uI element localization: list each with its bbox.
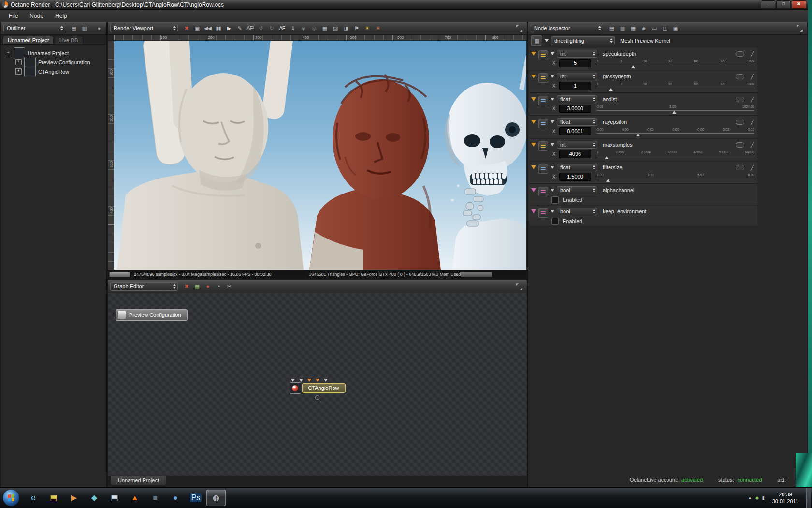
graph-canvas[interactable]: Preview Configuration CTAngioRow — [108, 293, 527, 476]
param-value-input[interactable]: 0.0001 — [559, 127, 591, 135]
thumbnail-icon[interactable]: ▣ — [670, 23, 681, 33]
param-connector[interactable] — [736, 165, 744, 170]
param-type-dropdown[interactable]: float — [557, 95, 597, 103]
save-render-icon[interactable]: ⇓ — [288, 23, 298, 33]
alpha-checker-icon[interactable]: ▦ — [319, 23, 330, 33]
import-image-icon[interactable]: ▦ — [192, 282, 202, 291]
outliner-list-icon[interactable]: ▤ — [69, 23, 79, 33]
taskbar-vlc-icon[interactable]: ▲ — [125, 490, 145, 506]
region-flag-icon[interactable]: ⚑ — [351, 23, 362, 33]
focus-circle-icon[interactable]: ◎ — [309, 23, 319, 33]
param-connector[interactable] — [736, 97, 744, 102]
schedule-icon[interactable]: ◔ — [213, 282, 223, 291]
outliner-dropdown[interactable]: Outliner — [3, 24, 65, 32]
prev-view-icon[interactable]: ↺ — [256, 23, 266, 33]
subsampling-icon[interactable]: ▨ — [330, 23, 340, 33]
pin-expander-icon[interactable] — [551, 75, 554, 78]
kernel-expander-icon[interactable] — [545, 39, 549, 42]
tree-toggle[interactable]: + — [15, 59, 22, 65]
minimize-button[interactable]: – — [761, 0, 775, 9]
node-pin[interactable] — [316, 379, 319, 382]
taskbar-utility-icon[interactable]: ◆ — [85, 490, 104, 506]
new-material-icon[interactable]: ● — [203, 282, 213, 291]
param-expander-icon[interactable] — [531, 75, 536, 78]
tab-unnamed-project[interactable]: Unnamed Project — [3, 36, 54, 44]
stop-render-icon[interactable]: ✖ — [181, 23, 191, 33]
taskbar-mediaplayer-icon[interactable]: ▶ — [64, 490, 84, 506]
enabled-checkbox[interactable] — [551, 196, 559, 204]
param-connector[interactable] — [736, 51, 744, 57]
tray-network-icon[interactable]: ▮ — [762, 496, 765, 500]
param-type-icon[interactable] — [538, 164, 548, 174]
outliner-sync-icon[interactable]: ● — [94, 23, 104, 33]
node-pin[interactable] — [291, 379, 295, 382]
param-type-icon[interactable] — [538, 73, 548, 83]
pin-expander-icon[interactable] — [551, 98, 554, 101]
restart-render-icon[interactable]: ◀◀ — [203, 23, 213, 33]
tree-item[interactable]: − Unnamed Project — [1, 48, 106, 58]
render-passes-icon[interactable]: ✳ — [373, 23, 383, 33]
param-slider[interactable]: 1310321013221024 — [597, 82, 754, 91]
param-type-dropdown[interactable]: int — [557, 73, 597, 80]
node-pin[interactable] — [307, 379, 311, 382]
taskbar-browser-icon[interactable]: ● — [166, 490, 185, 506]
menu-node[interactable]: Node — [24, 10, 49, 22]
taskbar-photoshop-icon[interactable]: Ps — [186, 490, 205, 506]
next-view-icon[interactable]: ↻ — [266, 23, 276, 33]
param-type-dropdown[interactable]: bool — [557, 208, 597, 215]
cut-node-icon[interactable]: ✂ — [224, 282, 234, 291]
node-pin[interactable] — [299, 379, 303, 382]
maximize-button[interactable]: □ — [776, 0, 791, 9]
param-value-input[interactable]: 4096 — [559, 150, 591, 158]
param-type-icon[interactable] — [538, 141, 548, 151]
param-curve-icon[interactable]: ╱ — [749, 51, 755, 57]
split-view-icon[interactable]: ◨ — [341, 23, 351, 33]
layout-list-icon[interactable]: ▤ — [607, 23, 617, 33]
delete-node-icon[interactable]: ✖ — [181, 282, 191, 291]
param-value-input[interactable]: 5 — [559, 59, 591, 67]
param-slider[interactable]: 0.000.000.000.000.000.020.10 — [597, 127, 754, 137]
param-curve-icon[interactable]: ╱ — [749, 165, 755, 170]
node-pin[interactable] — [324, 379, 328, 382]
graph-expand-icon[interactable] — [516, 284, 522, 290]
param-slider[interactable]: 0.013.201024.00 — [597, 105, 754, 114]
start-button[interactable] — [3, 490, 19, 506]
param-connector[interactable] — [736, 74, 744, 79]
slider-thumb[interactable] — [672, 111, 676, 114]
param-type-icon[interactable] — [538, 50, 548, 60]
param-connector[interactable] — [736, 142, 744, 148]
tray-action-icon[interactable]: ◆ — [755, 496, 759, 500]
viewport-dropdown[interactable]: Render Viewport — [110, 24, 178, 32]
param-expander-icon[interactable] — [531, 97, 536, 101]
taskbar-app-icon[interactable]: ■ — [145, 490, 165, 506]
show-desktop-button[interactable] — [806, 488, 811, 508]
tree-item[interactable]: + Preview Configuration — [1, 58, 106, 67]
param-value-input[interactable]: 1 — [559, 82, 591, 90]
menu-file[interactable]: File — [3, 10, 24, 22]
taskbar-clock[interactable]: 20:39 30.01.2011 — [772, 491, 798, 505]
slider-thumb[interactable] — [609, 88, 613, 91]
pin-expander-icon[interactable] — [551, 120, 554, 123]
param-type-dropdown[interactable]: float — [557, 118, 597, 126]
pick-focus-icon[interactable]: AF¹ — [245, 23, 255, 33]
param-expander-icon[interactable] — [531, 120, 536, 124]
horizontal-scrollbar[interactable] — [461, 272, 492, 277]
tree-toggle[interactable]: − — [5, 50, 11, 56]
param-type-icon[interactable] — [538, 96, 548, 105]
param-expander-icon[interactable] — [531, 143, 536, 147]
taskbar-document-icon[interactable]: ▤ — [105, 490, 124, 506]
pin-expander-icon[interactable] — [551, 210, 554, 213]
layout-columns-icon[interactable]: ▥ — [617, 23, 627, 33]
viewport-expand-icon[interactable] — [516, 25, 522, 31]
lock-view-icon[interactable]: ◉ — [298, 23, 308, 33]
param-value-input[interactable]: 3.0000 — [559, 105, 591, 113]
pin-expander-icon[interactable] — [551, 189, 554, 192]
close-button[interactable]: ✖ — [792, 0, 806, 9]
graph-bottom-tab[interactable]: Unnamed Project — [111, 476, 166, 485]
inspector-dropdown[interactable]: Node Inspector — [531, 24, 603, 32]
param-curve-icon[interactable]: ╱ — [749, 120, 755, 125]
taskbar-octane-icon[interactable]: ◍ — [206, 490, 226, 506]
param-type-icon[interactable] — [538, 187, 548, 196]
slider-thumb[interactable] — [631, 65, 635, 68]
param-type-icon[interactable] — [538, 208, 548, 218]
